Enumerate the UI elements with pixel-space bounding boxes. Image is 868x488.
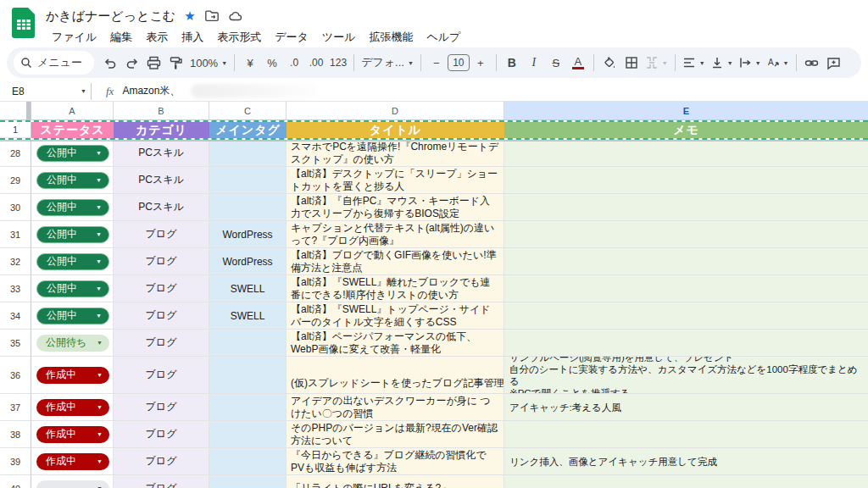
column-header-c[interactable]: C [209,102,287,119]
document-title[interactable]: かきばナーどっとこむ [46,8,175,25]
status-cell[interactable]: 公開中▼ [31,167,114,194]
memo-cell[interactable]: サンプルページ(閲覧専用)を用意して、プレゼント 自分のシートに実装する方法や、… [504,357,868,394]
memo-cell[interactable] [504,248,868,275]
status-chip[interactable]: 公開中▼ [36,172,109,189]
status-cell[interactable]: 作成中▼ [31,421,114,448]
status-cell[interactable]: ▼ [31,475,114,488]
status-chip[interactable]: 公開中▼ [36,308,109,324]
maintag-cell[interactable]: SWELL [209,302,287,330]
status-cell[interactable]: 公開中▼ [31,140,114,167]
memo-cell[interactable] [504,221,868,248]
insert-link-button[interactable] [801,52,823,74]
title-cell[interactable]: (仮)スプレッドシートを使ったブログ記事管理 [287,357,504,394]
row-number-cell[interactable]: 32 [0,248,31,275]
header-cell-status[interactable]: ステータス [31,122,114,138]
category-cell[interactable]: ブログ [114,357,209,394]
category-cell[interactable]: ブログ [114,330,209,357]
header-cell-memo[interactable]: メモ [504,122,868,138]
row-number-cell[interactable]: 28 [0,140,31,167]
memo-cell[interactable] [504,140,868,167]
status-chip[interactable]: 公開中▼ [36,199,109,216]
status-cell[interactable]: 公開中▼ [31,221,114,248]
maintag-cell[interactable] [209,140,287,167]
memo-cell[interactable] [504,475,868,488]
toolbar-search-menu-button[interactable]: メニュー [14,51,94,75]
format-currency-button[interactable]: ¥ [239,52,261,74]
star-icon[interactable]: ★ [184,8,195,24]
category-cell[interactable]: ブログ [114,302,209,330]
status-chip[interactable]: 公開中▼ [36,253,109,270]
maintag-cell[interactable] [209,330,287,357]
status-chip[interactable]: 作成中▼ [36,367,109,384]
category-cell[interactable]: PCスキル [114,140,209,167]
status-chip[interactable]: ▼ [36,480,109,488]
maintag-cell[interactable] [209,357,287,394]
row-number-cell[interactable]: 31 [0,221,31,248]
font-size-input[interactable]: 10 [448,54,470,71]
print-button[interactable] [143,52,165,74]
redo-button[interactable] [121,52,143,74]
category-cell[interactable]: ブログ [114,421,209,448]
category-cell[interactable]: ブログ [114,248,209,275]
menu-tools[interactable]: ツール [316,28,362,47]
maintag-cell[interactable] [209,394,287,421]
memo-cell[interactable] [504,330,868,357]
text-rotation-button[interactable]: A ▼ [764,52,792,74]
bold-button[interactable]: B [501,52,523,74]
menu-extensions[interactable]: 拡張機能 [363,28,419,47]
category-cell[interactable]: ブログ [114,275,209,302]
row-number-cell[interactable]: 35 [0,330,31,357]
title-cell[interactable]: そのPHPのバージョンは最新?現在のVer確認方法について [287,421,504,448]
maintag-cell[interactable] [209,194,287,221]
status-cell[interactable]: 作成中▼ [31,448,114,475]
status-cell[interactable]: 作成中▼ [31,394,114,421]
maintag-cell[interactable] [209,421,287,448]
menu-format[interactable]: 表示形式 [211,28,267,47]
header-cell-maintag[interactable]: メインタグ [209,122,287,138]
status-cell[interactable]: 作成中▼ [31,357,114,394]
fill-color-button[interactable] [598,52,620,74]
status-chip[interactable]: 公開中▼ [36,226,109,243]
strikethrough-button[interactable]: S [545,52,567,74]
row-number-cell[interactable]: 40 [0,475,31,488]
row-number-cell[interactable]: 33 [0,275,31,302]
insert-comment-button[interactable] [823,52,845,74]
status-chip[interactable]: 公開中▼ [36,145,109,162]
zoom-select[interactable]: 100%▼ [187,52,230,74]
title-cell[interactable]: 【alt済】『SWELL』離れたブロックでも連番にできる!順序付きリストの使い方 [287,275,504,302]
row-number-cell[interactable]: 39 [0,448,31,475]
category-cell[interactable]: ブログ [114,475,209,488]
menu-view[interactable]: 表示 [140,28,174,47]
text-color-button[interactable]: A [567,52,589,74]
category-cell[interactable]: PCスキル [114,194,209,221]
memo-cell[interactable] [504,194,868,221]
memo-cell[interactable] [504,167,868,194]
italic-button[interactable]: I [523,52,545,74]
borders-button[interactable] [620,52,643,74]
row-number-cell[interactable]: 34 [0,302,31,330]
header-cell-title[interactable]: タイトル [287,122,504,138]
text-wrap-button[interactable]: ▼ [736,52,764,74]
decrease-decimal-button[interactable]: .0 [283,52,305,74]
row-number-cell[interactable]: 36 [0,357,31,394]
title-cell[interactable]: 【alt済】デスクトップに「スリープ」ショートカットを置くと捗る人 [287,167,504,194]
vertical-align-button[interactable]: ▼ [708,52,736,74]
decrease-font-size-button[interactable]: − [426,52,448,74]
category-cell[interactable]: ブログ [114,448,209,475]
increase-decimal-button[interactable]: .00 [305,52,327,74]
paint-format-button[interactable] [165,52,187,74]
horizontal-align-button[interactable]: ▼ [680,52,708,74]
maintag-cell[interactable] [209,167,287,194]
format-percent-button[interactable]: % [261,52,283,74]
row-number-cell[interactable]: 37 [0,394,31,421]
name-box[interactable]: E8 ▼ [12,86,86,97]
menu-edit[interactable]: 編集 [104,28,138,47]
title-cell[interactable]: 【alt済】『自作PC』マウス・キーボード入力でスリープから復帰するBIOS設定 [287,194,504,221]
status-chip[interactable]: 作成中▼ [36,399,109,416]
column-header-b[interactable]: B [114,102,209,119]
category-cell[interactable]: ブログ [114,221,209,248]
menu-help[interactable]: ヘルプ [420,28,466,47]
number-format-button[interactable]: 123 [327,52,349,74]
row-number-cell[interactable]: 1 [0,122,31,138]
maintag-cell[interactable]: WordPress [209,248,287,275]
